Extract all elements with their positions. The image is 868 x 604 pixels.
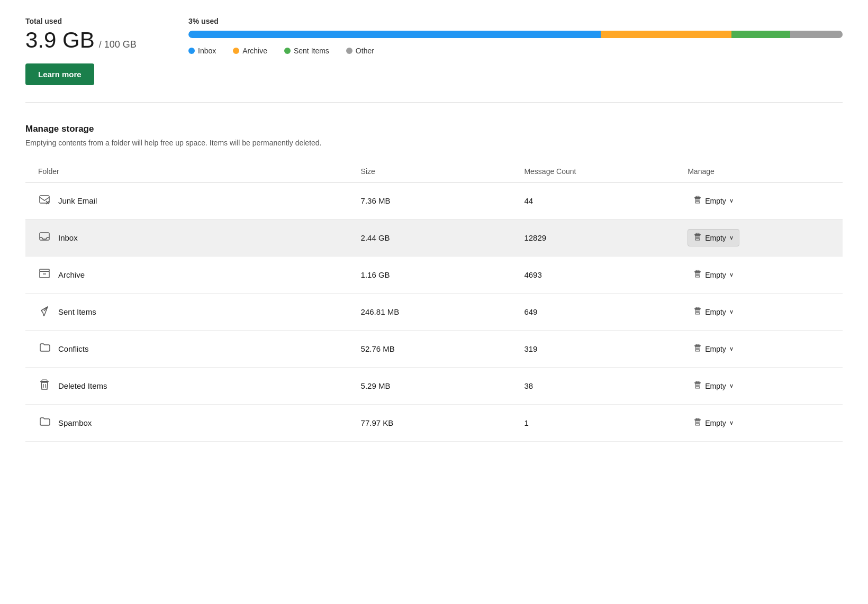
storage-total-value: / 100 GB bbox=[99, 39, 137, 50]
trash-icon bbox=[693, 307, 702, 317]
conflicts-label: Conflicts bbox=[58, 344, 89, 353]
chevron-down-icon: ∨ bbox=[729, 308, 734, 315]
table-row: Archive 1.16 GB 4693 bbox=[25, 257, 843, 294]
archive-size: 1.16 GB bbox=[352, 257, 516, 294]
spambox-icon bbox=[38, 416, 51, 430]
deleted-size: 5.29 MB bbox=[352, 368, 516, 405]
empty-label-sent: Empty bbox=[705, 308, 726, 316]
manage-title: Manage storage bbox=[25, 124, 843, 134]
inbox-manage: Empty ∨ bbox=[679, 219, 843, 257]
empty-button-spambox[interactable]: Empty ∨ bbox=[688, 414, 739, 432]
table-row: Deleted Items 5.29 MB 38 bbox=[25, 368, 843, 405]
legend-item-archive: Archive bbox=[233, 47, 267, 55]
chevron-down-icon: ∨ bbox=[729, 234, 734, 241]
legend-dot-sent bbox=[284, 48, 291, 54]
deleted-manage: Empty ∨ bbox=[679, 368, 843, 405]
storage-legend: Inbox Archive Sent Items Other bbox=[188, 47, 843, 55]
empty-button-conflicts[interactable]: Empty ∨ bbox=[688, 340, 739, 358]
table-row: Conflicts 52.76 MB 319 bbox=[25, 331, 843, 368]
learn-more-button[interactable]: Learn more bbox=[25, 63, 94, 85]
svg-rect-10 bbox=[694, 234, 701, 235]
svg-rect-37 bbox=[696, 381, 699, 382]
svg-rect-4 bbox=[694, 197, 701, 198]
archive-count: 4693 bbox=[516, 257, 679, 294]
junk-email-size: 7.36 MB bbox=[352, 182, 516, 219]
col-header-manage: Manage bbox=[679, 162, 843, 182]
trash-icon bbox=[693, 381, 702, 391]
deleted-count: 38 bbox=[516, 368, 679, 405]
empty-button-archive[interactable]: Empty ∨ bbox=[688, 266, 739, 283]
spambox-count: 1 bbox=[516, 405, 679, 442]
table-header: Folder Size Message Count Manage bbox=[25, 162, 843, 182]
trash-icon bbox=[693, 418, 702, 428]
junk-email-icon bbox=[38, 194, 51, 208]
empty-button-inbox[interactable]: Empty ∨ bbox=[688, 229, 739, 246]
empty-button-deleted[interactable]: Empty ∨ bbox=[688, 377, 739, 395]
spambox-manage: Empty ∨ bbox=[679, 405, 843, 442]
conflicts-count: 319 bbox=[516, 331, 679, 368]
trash-icon bbox=[693, 196, 702, 206]
svg-rect-3 bbox=[696, 196, 699, 197]
legend-dot-inbox bbox=[188, 48, 195, 54]
chevron-down-icon: ∨ bbox=[729, 271, 734, 278]
table-row: Inbox 2.44 GB 12829 bbox=[25, 219, 843, 257]
legend-item-sent: Sent Items bbox=[284, 47, 329, 55]
progress-segment-inbox bbox=[188, 31, 601, 38]
legend-label-inbox: Inbox bbox=[198, 47, 216, 55]
svg-rect-28 bbox=[696, 344, 699, 345]
table-body: Junk Email 7.36 MB 44 bbox=[25, 182, 843, 442]
storage-right: 3% used Inbox Archive bbox=[188, 17, 843, 55]
archive-icon bbox=[38, 268, 51, 282]
folder-cell-conflicts: Conflicts bbox=[25, 331, 352, 368]
inbox-size: 2.44 GB bbox=[352, 219, 516, 257]
manage-storage-section: Manage storage Emptying contents from a … bbox=[25, 120, 843, 442]
storage-table: Folder Size Message Count Manage bbox=[25, 162, 843, 442]
legend-label-other: Other bbox=[356, 47, 374, 55]
empty-label-spambox: Empty bbox=[705, 419, 726, 427]
empty-label-inbox: Empty bbox=[705, 234, 726, 242]
trash-icon bbox=[693, 344, 702, 354]
table-row: Spambox 77.97 KB 1 bbox=[25, 405, 843, 442]
empty-button-junk[interactable]: Empty ∨ bbox=[688, 192, 739, 209]
legend-label-sent: Sent Items bbox=[294, 47, 329, 55]
chevron-down-icon: ∨ bbox=[729, 382, 734, 389]
svg-rect-9 bbox=[696, 233, 699, 234]
legend-dot-other bbox=[346, 48, 352, 54]
sent-manage: Empty ∨ bbox=[679, 294, 843, 331]
svg-rect-18 bbox=[694, 271, 701, 272]
junk-email-count: 44 bbox=[516, 182, 679, 219]
legend-label-archive: Archive bbox=[242, 47, 267, 55]
svg-rect-34 bbox=[40, 381, 49, 382]
svg-rect-42 bbox=[696, 418, 699, 419]
empty-label-deleted: Empty bbox=[705, 382, 726, 390]
table-header-row: Folder Size Message Count Manage bbox=[25, 162, 843, 182]
svg-rect-29 bbox=[694, 345, 701, 346]
conflicts-icon bbox=[38, 342, 51, 356]
spambox-size: 77.97 KB bbox=[352, 405, 516, 442]
progress-segment-other bbox=[790, 31, 843, 38]
deleted-items-icon bbox=[38, 379, 51, 393]
total-used-label: Total used bbox=[25, 17, 163, 25]
folder-cell-spambox: Spambox bbox=[25, 405, 352, 442]
chevron-down-icon: ∨ bbox=[729, 419, 734, 426]
legend-dot-archive bbox=[233, 48, 239, 54]
sent-items-label: Sent Items bbox=[58, 307, 96, 316]
page-wrapper: Total used 3.9 GB / 100 GB Learn more 3%… bbox=[0, 0, 868, 459]
trash-icon bbox=[693, 270, 702, 280]
folder-cell-junk: Junk Email bbox=[25, 182, 352, 219]
legend-item-other: Other bbox=[346, 47, 374, 55]
col-header-size: Size bbox=[352, 162, 516, 182]
table-row: Sent Items 246.81 MB 649 bbox=[25, 294, 843, 331]
svg-rect-24 bbox=[694, 308, 701, 309]
inbox-icon bbox=[38, 231, 51, 245]
storage-used-value: 3.9 GB bbox=[25, 28, 95, 53]
empty-button-sent[interactable]: Empty ∨ bbox=[688, 303, 739, 321]
svg-rect-23 bbox=[696, 307, 699, 308]
sent-items-icon bbox=[38, 305, 51, 319]
folder-cell-sent: Sent Items bbox=[25, 294, 352, 331]
manage-description: Emptying contents from a folder will hel… bbox=[25, 139, 843, 147]
storage-size-display: 3.9 GB / 100 GB bbox=[25, 28, 163, 53]
empty-label-archive: Empty bbox=[705, 271, 726, 279]
folder-cell-archive: Archive bbox=[25, 257, 352, 294]
deleted-items-label: Deleted Items bbox=[58, 381, 107, 390]
